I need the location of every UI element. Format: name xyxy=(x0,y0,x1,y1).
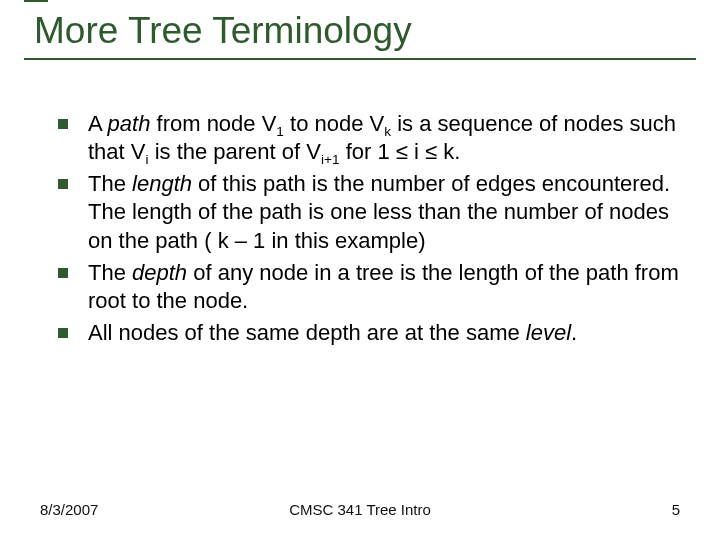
bullet-item: The length of this path is the number of… xyxy=(58,170,684,254)
bullet-item: The depth of any node in a tree is the l… xyxy=(58,259,684,315)
bullet-list: A path from node V1 to node Vk is a sequ… xyxy=(58,110,684,347)
bullet-item: A path from node V1 to node Vk is a sequ… xyxy=(58,110,684,166)
footer-center: CMSC 341 Tree Intro xyxy=(289,501,431,518)
footer-date: 8/3/2007 xyxy=(40,501,98,518)
bullet-item: All nodes of the same depth are at the s… xyxy=(58,319,684,347)
slide-title: More Tree Terminology xyxy=(24,10,696,52)
title-rule: More Tree Terminology xyxy=(24,0,696,60)
footer-page: 5 xyxy=(672,501,680,518)
slide-body: A path from node V1 to node Vk is a sequ… xyxy=(0,60,720,347)
slide: More Tree Terminology A path from node V… xyxy=(0,0,720,540)
slide-footer: 8/3/2007 CMSC 341 Tree Intro 5 xyxy=(0,501,720,518)
